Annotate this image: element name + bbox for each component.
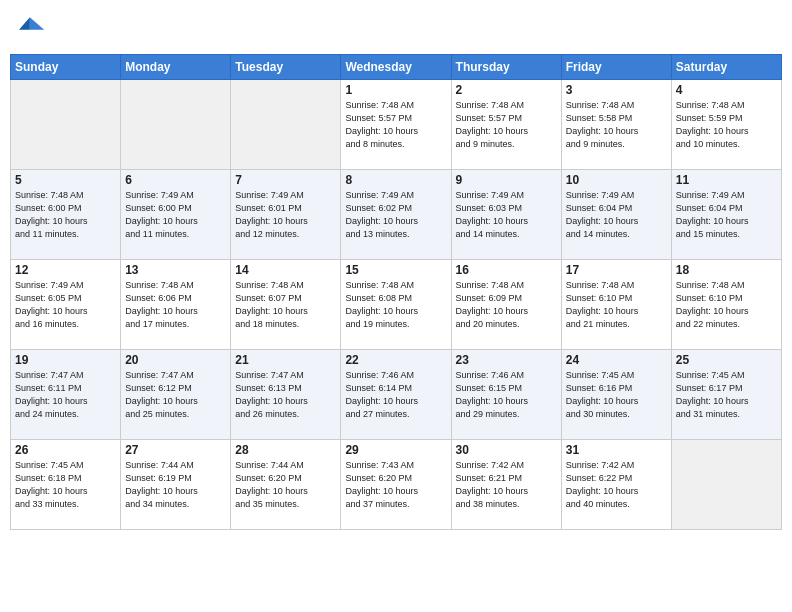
day-info: Sunrise: 7:48 AM Sunset: 6:10 PM Dayligh… [566, 279, 667, 331]
day-number: 25 [676, 353, 777, 367]
day-number: 15 [345, 263, 446, 277]
day-cell: 25Sunrise: 7:45 AM Sunset: 6:17 PM Dayli… [671, 350, 781, 440]
day-cell: 24Sunrise: 7:45 AM Sunset: 6:16 PM Dayli… [561, 350, 671, 440]
day-number: 29 [345, 443, 446, 457]
empty-day-cell [121, 80, 231, 170]
day-info: Sunrise: 7:48 AM Sunset: 5:58 PM Dayligh… [566, 99, 667, 151]
day-number: 7 [235, 173, 336, 187]
day-cell: 20Sunrise: 7:47 AM Sunset: 6:12 PM Dayli… [121, 350, 231, 440]
day-cell: 26Sunrise: 7:45 AM Sunset: 6:18 PM Dayli… [11, 440, 121, 530]
day-info: Sunrise: 7:48 AM Sunset: 6:08 PM Dayligh… [345, 279, 446, 331]
day-number: 18 [676, 263, 777, 277]
day-number: 26 [15, 443, 116, 457]
day-number: 4 [676, 83, 777, 97]
day-cell: 8Sunrise: 7:49 AM Sunset: 6:02 PM Daylig… [341, 170, 451, 260]
day-info: Sunrise: 7:47 AM Sunset: 6:12 PM Dayligh… [125, 369, 226, 421]
day-number: 10 [566, 173, 667, 187]
day-number: 13 [125, 263, 226, 277]
weekday-header: Monday [121, 55, 231, 80]
day-info: Sunrise: 7:47 AM Sunset: 6:11 PM Dayligh… [15, 369, 116, 421]
empty-day-cell [671, 440, 781, 530]
day-info: Sunrise: 7:49 AM Sunset: 6:03 PM Dayligh… [456, 189, 557, 241]
page-header [10, 10, 782, 46]
day-cell: 14Sunrise: 7:48 AM Sunset: 6:07 PM Dayli… [231, 260, 341, 350]
day-number: 17 [566, 263, 667, 277]
weekday-header: Tuesday [231, 55, 341, 80]
day-info: Sunrise: 7:44 AM Sunset: 6:20 PM Dayligh… [235, 459, 336, 511]
day-number: 11 [676, 173, 777, 187]
day-cell: 30Sunrise: 7:42 AM Sunset: 6:21 PM Dayli… [451, 440, 561, 530]
day-cell: 6Sunrise: 7:49 AM Sunset: 6:00 PM Daylig… [121, 170, 231, 260]
day-cell: 18Sunrise: 7:48 AM Sunset: 6:10 PM Dayli… [671, 260, 781, 350]
day-cell: 1Sunrise: 7:48 AM Sunset: 5:57 PM Daylig… [341, 80, 451, 170]
day-cell: 13Sunrise: 7:48 AM Sunset: 6:06 PM Dayli… [121, 260, 231, 350]
day-info: Sunrise: 7:45 AM Sunset: 6:16 PM Dayligh… [566, 369, 667, 421]
day-cell: 9Sunrise: 7:49 AM Sunset: 6:03 PM Daylig… [451, 170, 561, 260]
day-info: Sunrise: 7:49 AM Sunset: 6:05 PM Dayligh… [15, 279, 116, 331]
calendar-header-row: SundayMondayTuesdayWednesdayThursdayFrid… [11, 55, 782, 80]
day-cell: 17Sunrise: 7:48 AM Sunset: 6:10 PM Dayli… [561, 260, 671, 350]
day-number: 5 [15, 173, 116, 187]
day-number: 14 [235, 263, 336, 277]
day-number: 27 [125, 443, 226, 457]
day-info: Sunrise: 7:49 AM Sunset: 6:04 PM Dayligh… [676, 189, 777, 241]
logo [10, 10, 50, 46]
day-cell: 22Sunrise: 7:46 AM Sunset: 6:14 PM Dayli… [341, 350, 451, 440]
day-info: Sunrise: 7:48 AM Sunset: 6:00 PM Dayligh… [15, 189, 116, 241]
empty-day-cell [231, 80, 341, 170]
day-info: Sunrise: 7:48 AM Sunset: 6:09 PM Dayligh… [456, 279, 557, 331]
weekday-header: Wednesday [341, 55, 451, 80]
day-number: 9 [456, 173, 557, 187]
day-cell: 15Sunrise: 7:48 AM Sunset: 6:08 PM Dayli… [341, 260, 451, 350]
day-info: Sunrise: 7:49 AM Sunset: 6:02 PM Dayligh… [345, 189, 446, 241]
day-info: Sunrise: 7:49 AM Sunset: 6:04 PM Dayligh… [566, 189, 667, 241]
day-number: 16 [456, 263, 557, 277]
day-info: Sunrise: 7:48 AM Sunset: 6:10 PM Dayligh… [676, 279, 777, 331]
day-info: Sunrise: 7:44 AM Sunset: 6:19 PM Dayligh… [125, 459, 226, 511]
day-number: 22 [345, 353, 446, 367]
calendar-week-row: 19Sunrise: 7:47 AM Sunset: 6:11 PM Dayli… [11, 350, 782, 440]
day-number: 8 [345, 173, 446, 187]
day-info: Sunrise: 7:42 AM Sunset: 6:21 PM Dayligh… [456, 459, 557, 511]
day-info: Sunrise: 7:46 AM Sunset: 6:14 PM Dayligh… [345, 369, 446, 421]
day-number: 21 [235, 353, 336, 367]
day-cell: 10Sunrise: 7:49 AM Sunset: 6:04 PM Dayli… [561, 170, 671, 260]
day-cell: 4Sunrise: 7:48 AM Sunset: 5:59 PM Daylig… [671, 80, 781, 170]
day-number: 19 [15, 353, 116, 367]
empty-day-cell [11, 80, 121, 170]
day-cell: 3Sunrise: 7:48 AM Sunset: 5:58 PM Daylig… [561, 80, 671, 170]
day-cell: 29Sunrise: 7:43 AM Sunset: 6:20 PM Dayli… [341, 440, 451, 530]
day-cell: 27Sunrise: 7:44 AM Sunset: 6:19 PM Dayli… [121, 440, 231, 530]
day-cell: 19Sunrise: 7:47 AM Sunset: 6:11 PM Dayli… [11, 350, 121, 440]
day-number: 20 [125, 353, 226, 367]
weekday-header: Thursday [451, 55, 561, 80]
weekday-header: Friday [561, 55, 671, 80]
day-number: 28 [235, 443, 336, 457]
day-info: Sunrise: 7:49 AM Sunset: 6:01 PM Dayligh… [235, 189, 336, 241]
day-number: 24 [566, 353, 667, 367]
day-cell: 31Sunrise: 7:42 AM Sunset: 6:22 PM Dayli… [561, 440, 671, 530]
day-number: 12 [15, 263, 116, 277]
day-info: Sunrise: 7:48 AM Sunset: 5:59 PM Dayligh… [676, 99, 777, 151]
calendar-week-row: 26Sunrise: 7:45 AM Sunset: 6:18 PM Dayli… [11, 440, 782, 530]
day-number: 31 [566, 443, 667, 457]
weekday-header: Saturday [671, 55, 781, 80]
day-cell: 7Sunrise: 7:49 AM Sunset: 6:01 PM Daylig… [231, 170, 341, 260]
day-cell: 11Sunrise: 7:49 AM Sunset: 6:04 PM Dayli… [671, 170, 781, 260]
day-number: 6 [125, 173, 226, 187]
day-info: Sunrise: 7:42 AM Sunset: 6:22 PM Dayligh… [566, 459, 667, 511]
day-cell: 2Sunrise: 7:48 AM Sunset: 5:57 PM Daylig… [451, 80, 561, 170]
day-number: 1 [345, 83, 446, 97]
day-info: Sunrise: 7:46 AM Sunset: 6:15 PM Dayligh… [456, 369, 557, 421]
weekday-header: Sunday [11, 55, 121, 80]
day-info: Sunrise: 7:43 AM Sunset: 6:20 PM Dayligh… [345, 459, 446, 511]
day-cell: 12Sunrise: 7:49 AM Sunset: 6:05 PM Dayli… [11, 260, 121, 350]
day-number: 3 [566, 83, 667, 97]
day-number: 23 [456, 353, 557, 367]
calendar-week-row: 5Sunrise: 7:48 AM Sunset: 6:00 PM Daylig… [11, 170, 782, 260]
day-cell: 5Sunrise: 7:48 AM Sunset: 6:00 PM Daylig… [11, 170, 121, 260]
calendar-week-row: 12Sunrise: 7:49 AM Sunset: 6:05 PM Dayli… [11, 260, 782, 350]
day-info: Sunrise: 7:48 AM Sunset: 6:07 PM Dayligh… [235, 279, 336, 331]
day-cell: 21Sunrise: 7:47 AM Sunset: 6:13 PM Dayli… [231, 350, 341, 440]
calendar-table: SundayMondayTuesdayWednesdayThursdayFrid… [10, 54, 782, 530]
